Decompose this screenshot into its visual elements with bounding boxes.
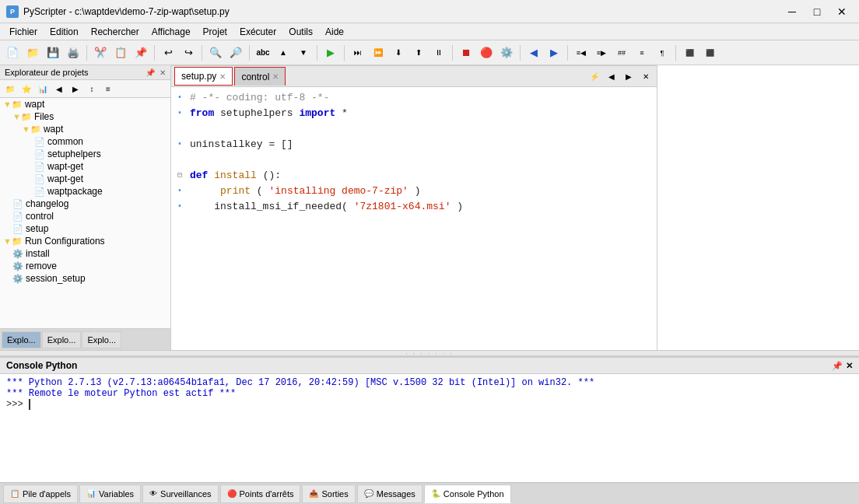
console-pin-icon[interactable]: 📌 [832,361,843,371]
step-over-button[interactable]: ⏩ [369,44,387,62]
tab-points-arrets[interactable]: 🔴 Points d'arrêts [220,485,301,503]
back-button[interactable]: ◀ [524,44,543,62]
tree-item-wapt-get-2[interactable]: 📄 wapt-get [0,173,170,185]
tab-surveillances-label: Surveillances [160,489,211,499]
list-button[interactable]: ≡ [633,44,651,62]
tree-label: session_setup [26,273,86,284]
tab-surveillances[interactable]: 👁 Surveillances [142,485,218,503]
tree-item-waptpackage[interactable]: 📄 waptpackage [0,185,170,198]
explorer-pin-icon[interactable]: 📌 [146,68,155,77]
cut-button[interactable]: ✂️ [91,44,110,62]
menu-outils[interactable]: Outils [282,25,319,39]
console-close-icon[interactable]: ✕ [846,361,853,371]
run-to-cursor-button[interactable]: ⏭ [349,44,367,62]
run-button[interactable]: ▶ [321,44,340,62]
forward-button[interactable]: ▶ [545,44,563,62]
surveillances-icon: 👁 [149,489,157,498]
tree-item-wapt-root[interactable]: ▼📁 wapt [0,98,170,110]
menu-executer[interactable]: Exécuter [233,25,282,39]
tree-item-changelog[interactable]: 📄 changelog [0,198,170,210]
paste-button[interactable]: 📌 [131,44,150,62]
exp-collapse-button[interactable]: ◀ [51,82,67,96]
console-line-2: *** Remote le moteur Python est actif **… [6,388,853,399]
open-button[interactable]: 📁 [23,44,42,62]
tab-close-control[interactable]: ✕ [272,72,279,81]
drag-handle[interactable]: · · · · · · · [0,350,859,356]
code-editor[interactable]: • # -*- coding: utf-8 -*- • from setuphe… [171,87,657,350]
editor-nav-back-button[interactable]: ◀ [604,68,619,84]
copy-button[interactable]: 📋 [111,44,130,62]
bottom-section: Console Python 📌 ✕ *** Python 2.7.13 (v2… [0,356,859,504]
menu-projet[interactable]: Projet [197,25,233,39]
menu-fichier[interactable]: Fichier [3,25,44,39]
menu-aide[interactable]: Aide [319,25,350,39]
dedent-button[interactable]: ≡▶ [592,44,611,62]
tree-item-run-configs[interactable]: ▼📁 Run Configurations [0,235,170,247]
exp-new-folder-button[interactable]: 📁 [2,82,18,96]
comment-button[interactable]: ## [612,44,631,62]
minimize-button[interactable]: ─ [781,4,803,19]
tab-sorties[interactable]: 📤 Sorties [302,485,355,503]
indent-button[interactable]: ≡◀ [572,44,591,62]
syntax-check-button[interactable]: abc [254,44,272,62]
tree-item-wapt-sub[interactable]: ▼📁 wapt [0,123,170,135]
close-button[interactable]: ✕ [831,4,853,19]
maximize-button[interactable]: □ [806,4,828,19]
exp-tab-3[interactable]: Explo... [82,331,121,348]
tab-control[interactable]: control ✕ [234,67,286,86]
new-file-button[interactable]: 📄 [3,44,22,62]
breakpoint-button[interactable]: 🔴 [477,44,496,62]
tab-pile-appels[interactable]: 📋 Pile d'appels [3,485,78,503]
menu-edition[interactable]: Edition [44,25,85,39]
tab-messages[interactable]: 💬 Messages [357,485,422,503]
split-horiz-button[interactable]: ⬛ [680,44,699,62]
code-content-5 [190,152,650,168]
tree-item-common[interactable]: 📄 common [0,135,170,148]
editor-nav-fwd-button[interactable]: ▶ [621,68,636,84]
menu-rechercher[interactable]: Rechercher [85,25,146,39]
stop-button[interactable]: ⏹ [457,44,475,62]
exp-sort-button[interactable]: ↕ [84,82,100,96]
explorer-close-icon[interactable]: ✕ [160,68,166,77]
step-out-button[interactable]: ⬆ [409,44,428,62]
tree-item-remove[interactable]: ⚙️ remove [0,260,170,272]
run-icon: ⚙️ [12,249,23,259]
split-editor-button[interactable]: ⚡ [587,68,602,84]
split-vert-button[interactable]: ⬛ [700,44,719,62]
console-line-3[interactable]: >>> [6,399,853,410]
exp-expand-button[interactable]: ▶ [68,82,83,96]
search-replace-button[interactable]: 🔎 [226,44,245,62]
tab-close-setup-py[interactable]: ✕ [219,72,226,81]
menu-affichage[interactable]: Affichage [146,25,197,39]
exp-menu-button[interactable]: ≡ [100,82,116,96]
step-into-button[interactable]: ⬇ [389,44,408,62]
tree-item-setuphelpers[interactable]: 📄 setuphelpers [0,148,170,160]
print-button[interactable]: 🖨️ [64,44,82,62]
tree-item-session-setup[interactable]: ⚙️ session_setup [0,272,170,285]
tree-item-wapt-get-1[interactable]: 📄 wapt-get [0,160,170,173]
exp-chart-button[interactable]: 📊 [35,82,51,96]
tree-item-setup[interactable]: 📄 setup [0,222,170,235]
import-check-button[interactable]: ▲ [274,44,293,62]
file-icon: 📄 [12,199,23,209]
exp-star-button[interactable]: ⭐ [19,82,34,96]
pause-button[interactable]: ⏸ [430,44,448,62]
run-module-button[interactable]: ▼ [294,44,313,62]
tab-setup-py[interactable]: setup.py ✕ [174,67,233,86]
tree-item-install[interactable]: ⚙️ install [0,247,170,260]
debug-button[interactable]: ⚙️ [497,44,516,62]
tree-item-files[interactable]: ▼📁 Files [0,110,170,123]
exp-tab-1[interactable]: Explo... [2,331,41,348]
tab-console-python[interactable]: 🐍 Console Python [424,485,511,503]
tree-item-control[interactable]: 📄 control [0,210,170,222]
para-button[interactable]: ¶ [653,44,671,62]
line-marker-2: • [177,106,190,119]
exp-tab-2[interactable]: Explo... [42,331,82,348]
tab-variables[interactable]: 📊 Variables [79,485,141,503]
editor-close-button[interactable]: ✕ [638,68,654,84]
redo-button[interactable]: ↪ [179,44,198,62]
save-button[interactable]: 💾 [44,44,62,62]
search-button[interactable]: 🔍 [206,44,225,62]
folder-icon: ▼📁 [22,124,41,135]
undo-button[interactable]: ↩ [159,44,177,62]
